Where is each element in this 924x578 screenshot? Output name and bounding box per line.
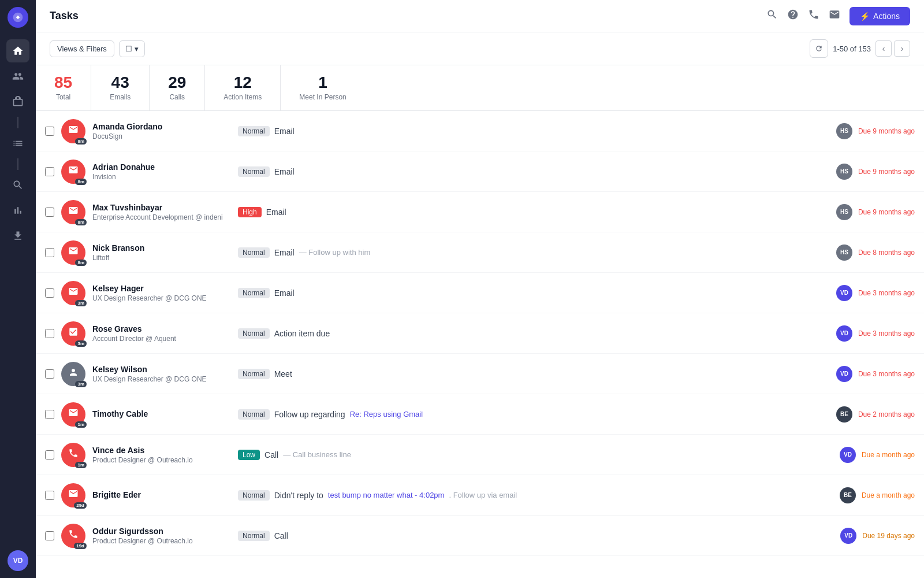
stat-emails[interactable]: 43 Emails <box>91 65 150 110</box>
contact-info: Timothy Cable <box>92 409 231 420</box>
due-date: Due 3 months ago <box>858 329 915 338</box>
user-avatar[interactable]: VD <box>8 550 28 571</box>
task-checkbox[interactable] <box>45 167 54 176</box>
task-row[interactable]: 3m Kelsey Wilson UX Design Researcher @ … <box>36 354 924 394</box>
task-link[interactable]: test bump no matter what - 4:02pm <box>328 491 445 499</box>
priority-badge: Normal <box>238 369 270 379</box>
sidebar-divider-2 <box>17 158 18 170</box>
stat-meet-in-person[interactable]: 1 Meet In Person <box>281 65 364 110</box>
task-row[interactable]: 1m Vince de Asis Product Designer @ Outr… <box>36 435 924 475</box>
task-right: HS Due 8 months ago <box>836 244 915 261</box>
sidebar-item-home[interactable] <box>6 39 29 62</box>
task-checkbox[interactable] <box>45 329 54 338</box>
priority-badge: Normal <box>238 288 270 298</box>
help-icon[interactable] <box>787 9 799 23</box>
task-row[interactable]: 8m Max Tuvshinbayar Enterprise Account D… <box>36 192 924 232</box>
sidebar-item-search[interactable] <box>6 173 29 197</box>
task-type: Meet <box>274 369 292 379</box>
task-checkbox[interactable] <box>45 531 54 540</box>
task-row[interactable]: 3m Kelsey Hager UX Design Researcher @ D… <box>36 273 924 313</box>
stat-meet-label: Meet In Person <box>299 93 346 101</box>
page-navigation: ‹ › <box>875 40 910 57</box>
phone-icon[interactable] <box>808 9 819 23</box>
sidebar-item-briefcase[interactable] <box>6 90 29 113</box>
task-details: Normal Email — Follow up with him <box>238 247 829 258</box>
sidebar-item-download[interactable] <box>6 224 29 247</box>
task-right: VD Due 3 months ago <box>836 285 915 301</box>
task-details: Normal Email <box>238 288 829 298</box>
contact-name: Kelsey Hager <box>92 284 231 293</box>
contact-name: Vince de Asis <box>92 446 231 455</box>
task-checkbox[interactable] <box>45 410 54 419</box>
contact-info: Adrian Donahue Invision <box>92 162 231 181</box>
task-details: Normal Follow up regarding Re: Reps usin… <box>238 409 829 420</box>
sidebar-item-people[interactable] <box>6 65 29 88</box>
task-row[interactable]: 8m Nick Branson Liftoff Normal Email — F… <box>36 232 924 273</box>
stat-meet-number: 1 <box>299 75 346 91</box>
task-checkbox[interactable] <box>45 127 54 136</box>
contact-company: DocuSign <box>92 132 231 140</box>
contact-name: Rose Graves <box>92 324 231 334</box>
priority-badge: Normal <box>238 409 270 420</box>
task-checkbox[interactable] <box>45 491 54 500</box>
contact-avatar: 3m <box>61 281 85 305</box>
avatar-type-icon <box>68 327 79 340</box>
due-date: Due 19 days ago <box>862 532 915 540</box>
task-row[interactable]: 29d Brigitte Eder Normal Didn't reply to… <box>36 475 924 516</box>
task-row[interactable]: 1m Timothy Cable Normal Follow up regard… <box>36 394 924 435</box>
toolbar: Views & Filters ☐ ▾ 1-50 of 153 ‹ › <box>36 32 924 65</box>
task-list: 8m Amanda Giordano DocuSign Normal Email… <box>36 111 924 578</box>
task-checkbox[interactable] <box>45 288 54 298</box>
task-note: — Call business line <box>283 450 351 459</box>
task-note: — Follow up with him <box>299 248 371 257</box>
prev-page-button[interactable]: ‹ <box>875 40 892 57</box>
task-right: BE Due a month ago <box>840 487 915 503</box>
stat-action-items[interactable]: 12 Action Items <box>205 65 281 110</box>
email-icon[interactable] <box>829 9 840 23</box>
refresh-button[interactable] <box>810 39 828 58</box>
task-link[interactable]: Re: Reps using Gmail <box>350 410 423 418</box>
contact-company: Invision <box>92 173 231 181</box>
task-row[interactable]: 8m Amanda Giordano DocuSign Normal Email… <box>36 111 924 151</box>
assignee-avatar: VD <box>836 325 852 342</box>
views-filters-button[interactable]: Views & Filters <box>50 40 114 57</box>
contact-company: Liftoff <box>92 254 231 262</box>
task-details: Normal Meet <box>238 369 829 379</box>
task-checkbox[interactable] <box>45 208 54 217</box>
contact-company: UX Design Researcher @ DCG ONE <box>92 375 231 383</box>
sidebar-item-chart[interactable] <box>6 132 29 155</box>
contact-avatar: 19d <box>61 524 85 548</box>
contact-name: Max Tuvshinbayar <box>92 203 231 212</box>
task-checkbox[interactable] <box>45 369 54 379</box>
column-picker-button[interactable]: ☐ ▾ <box>119 40 145 57</box>
task-row[interactable]: 8m Adrian Donahue Invision Normal Email … <box>36 151 924 192</box>
avatar-badge: 1m <box>75 421 87 428</box>
task-checkbox[interactable] <box>45 248 54 257</box>
pagination-info: 1-50 of 153 <box>833 45 871 53</box>
contact-info: Rose Graves Account Director @ Aquent <box>92 324 231 343</box>
stat-total[interactable]: 85 Total <box>36 65 91 110</box>
contact-info: Max Tuvshinbayar Enterprise Account Deve… <box>92 203 231 221</box>
avatar-type-icon <box>68 407 79 421</box>
contact-info: Kelsey Wilson UX Design Researcher @ DCG… <box>92 365 231 383</box>
task-right: VD Due 19 days ago <box>840 528 915 544</box>
task-row[interactable]: 19d Oddur Sigurdsson Product Designer @ … <box>36 516 924 556</box>
task-row[interactable]: 3m Rose Graves Account Director @ Aquent… <box>36 313 924 354</box>
next-page-button[interactable]: › <box>894 40 910 57</box>
priority-badge: Low <box>238 450 260 460</box>
search-icon[interactable] <box>766 9 778 23</box>
avatar-badge: 3m <box>75 340 87 347</box>
task-after-link: . Follow up via email <box>449 491 517 499</box>
stat-calls[interactable]: 29 Calls <box>150 65 205 110</box>
sidebar-item-analytics[interactable] <box>6 199 29 222</box>
task-type: Email <box>274 288 295 298</box>
task-type: Email <box>274 167 295 176</box>
stat-calls-number: 29 <box>168 75 186 91</box>
sidebar-divider-1 <box>17 117 18 128</box>
app-logo[interactable] <box>8 7 28 28</box>
actions-button[interactable]: ⚡ Actions <box>850 7 910 25</box>
assignee-avatar: HS <box>836 204 852 220</box>
task-checkbox[interactable] <box>45 450 54 460</box>
assignee-avatar: BE <box>840 487 856 503</box>
contact-company: Enterprise Account Development @ indeni <box>92 213 231 221</box>
